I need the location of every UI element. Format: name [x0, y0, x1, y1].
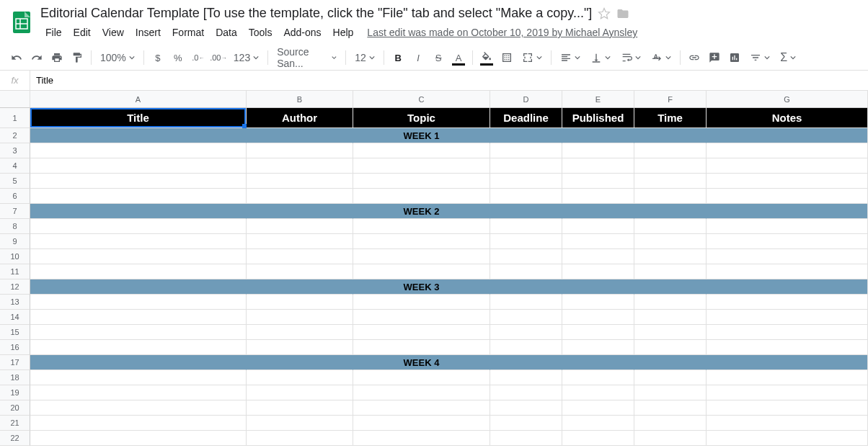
cell-A11[interactable] — [30, 264, 247, 279]
cell-B3[interactable] — [247, 143, 353, 158]
cell-G15[interactable] — [707, 325, 868, 340]
cell-E8[interactable] — [562, 219, 634, 234]
cell-G14[interactable] — [707, 310, 868, 325]
redo-button[interactable] — [27, 48, 46, 67]
cell-C7[interactable]: WEEK 2 — [353, 204, 490, 219]
decrease-decimal-button[interactable]: .0← — [189, 48, 208, 67]
text-color-button[interactable]: A — [449, 48, 468, 67]
cell-G6[interactable] — [707, 189, 868, 204]
cell-C12[interactable]: WEEK 3 — [353, 279, 490, 295]
cell-D16[interactable] — [490, 340, 562, 355]
row-header-5[interactable]: 5 — [0, 174, 30, 189]
cell-G17[interactable] — [707, 355, 868, 370]
cell-F11[interactable] — [634, 264, 707, 279]
cell-F4[interactable] — [634, 158, 707, 174]
col-header-G[interactable]: G — [707, 91, 868, 108]
cell-D18[interactable] — [490, 370, 562, 385]
paint-format-button[interactable] — [68, 48, 87, 67]
cell-C15[interactable] — [353, 325, 490, 340]
cell-C3[interactable] — [353, 143, 490, 158]
cell-E18[interactable] — [562, 370, 634, 385]
horizontal-align-dropdown[interactable] — [556, 48, 585, 67]
cell-F6[interactable] — [634, 189, 707, 204]
cell-C2[interactable]: WEEK 1 — [353, 128, 490, 143]
col-header-A[interactable]: A — [30, 91, 247, 108]
cell-B17[interactable] — [247, 355, 353, 370]
cells-area[interactable]: TitleAuthorTopicDeadlinePublishedTimeNot… — [30, 108, 868, 446]
cell-C5[interactable] — [353, 174, 490, 189]
cell-A15[interactable] — [30, 325, 247, 340]
cell-F5[interactable] — [634, 174, 707, 189]
row-header-13[interactable]: 13 — [0, 295, 30, 310]
cell-A13[interactable] — [30, 295, 247, 310]
cell-F16[interactable] — [634, 340, 707, 355]
text-wrap-dropdown[interactable] — [616, 48, 645, 67]
cell-B5[interactable] — [247, 174, 353, 189]
last-edit-link[interactable]: Last edit was made on October 10, 2019 b… — [367, 27, 637, 38]
cell-B9[interactable] — [247, 234, 353, 249]
cell-D8[interactable] — [490, 219, 562, 234]
cell-D20[interactable] — [490, 400, 562, 416]
more-formats-dropdown[interactable]: 123 — [229, 48, 263, 67]
cell-F2[interactable] — [634, 128, 707, 143]
cell-C14[interactable] — [353, 310, 490, 325]
cell-A1[interactable]: Title — [30, 108, 247, 128]
menu-file[interactable]: File — [40, 24, 67, 41]
cell-G22[interactable] — [707, 431, 868, 446]
menu-view[interactable]: View — [97, 24, 129, 41]
cell-D19[interactable] — [490, 385, 562, 400]
cell-E6[interactable] — [562, 189, 634, 204]
menu-tools[interactable]: Tools — [244, 24, 278, 41]
row-header-2[interactable]: 2 — [0, 128, 30, 143]
row-header-20[interactable]: 20 — [0, 400, 30, 416]
cell-D6[interactable] — [490, 189, 562, 204]
menu-edit[interactable]: Edit — [68, 24, 96, 41]
doc-title[interactable]: Editorial Calendar Template [To use the … — [40, 6, 592, 21]
col-header-B[interactable]: B — [247, 91, 353, 108]
cell-B4[interactable] — [247, 158, 353, 174]
merge-cells-dropdown[interactable] — [518, 48, 546, 67]
cell-F20[interactable] — [634, 400, 707, 416]
cell-F18[interactable] — [634, 370, 707, 385]
cell-C8[interactable] — [353, 219, 490, 234]
menu-insert[interactable]: Insert — [130, 24, 166, 41]
increase-decimal-button[interactable]: .00→ — [209, 48, 228, 67]
cell-D22[interactable] — [490, 431, 562, 446]
cell-E16[interactable] — [562, 340, 634, 355]
cell-A22[interactable] — [30, 431, 247, 446]
formula-input[interactable] — [30, 71, 868, 90]
cell-B8[interactable] — [247, 219, 353, 234]
cell-F15[interactable] — [634, 325, 707, 340]
cell-D1[interactable]: Deadline — [490, 108, 562, 128]
cell-A9[interactable] — [30, 234, 247, 249]
cell-C1[interactable]: Topic — [353, 108, 490, 128]
cell-E4[interactable] — [562, 158, 634, 174]
cell-G19[interactable] — [707, 385, 868, 400]
cell-E12[interactable] — [562, 279, 634, 295]
cell-B7[interactable] — [247, 204, 353, 219]
cell-E19[interactable] — [562, 385, 634, 400]
cell-D2[interactable] — [490, 128, 562, 143]
font-size-dropdown[interactable]: 12 — [350, 48, 379, 67]
cell-A20[interactable] — [30, 400, 247, 416]
cell-A10[interactable] — [30, 249, 247, 264]
cell-E11[interactable] — [562, 264, 634, 279]
cell-A18[interactable] — [30, 370, 247, 385]
cell-G4[interactable] — [707, 158, 868, 174]
cell-E14[interactable] — [562, 310, 634, 325]
menu-addons[interactable]: Add-ons — [278, 24, 326, 41]
select-all-corner[interactable] — [0, 91, 30, 108]
cell-C11[interactable] — [353, 264, 490, 279]
zoom-dropdown[interactable]: 100% — [96, 48, 139, 67]
cell-D12[interactable] — [490, 279, 562, 295]
cell-A17[interactable] — [30, 355, 247, 370]
cell-C19[interactable] — [353, 385, 490, 400]
cell-C20[interactable] — [353, 400, 490, 416]
cell-G7[interactable] — [707, 204, 868, 219]
vertical-align-dropdown[interactable] — [586, 48, 615, 67]
cell-C4[interactable] — [353, 158, 490, 174]
cell-B11[interactable] — [247, 264, 353, 279]
cell-A14[interactable] — [30, 310, 247, 325]
cell-G20[interactable] — [707, 400, 868, 416]
menu-format[interactable]: Format — [167, 24, 209, 41]
